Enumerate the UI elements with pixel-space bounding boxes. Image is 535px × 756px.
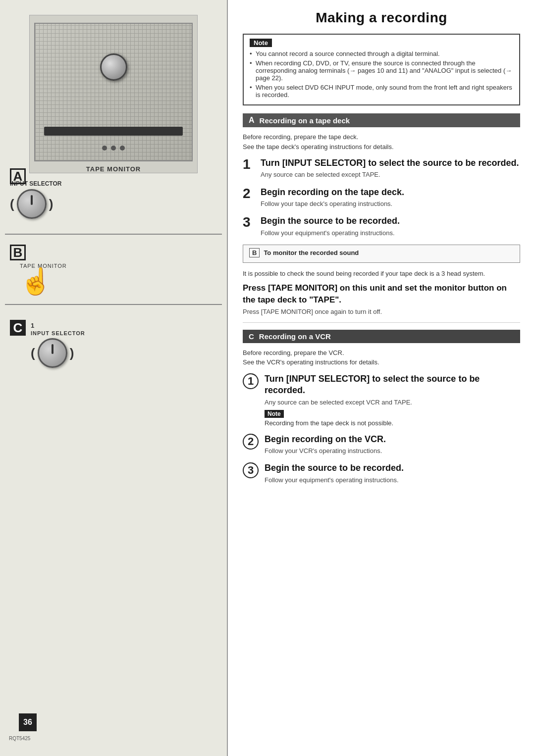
page-code: RQT5425: [9, 736, 30, 741]
step-c3-content: Begin the source to be recorded. Follow …: [265, 462, 520, 485]
section-c-diagram: C 1 INPUT SELECTOR ( ): [5, 320, 222, 368]
step-a2-desc: Follow your tape deck's operating instru…: [261, 200, 520, 208]
step-c3-title: Begin the source to be recorded.: [265, 462, 520, 474]
step-a3: 3 Begin the source to be recorded. Follo…: [243, 215, 520, 238]
note-list: You cannot record a source connected thr…: [250, 50, 513, 99]
page-number: 36: [19, 713, 37, 731]
step-a3-content: Begin the source to be recorded. Follow …: [261, 215, 520, 238]
tape-monitor-device: TAPE MONITOR: [29, 15, 198, 173]
step-a2: 2 Begin recording on the tape deck. Foll…: [243, 187, 520, 209]
step-c3: 3 Begin the source to be recorded. Follo…: [243, 462, 520, 485]
right-panel: Making a recording Note You cannot recor…: [228, 0, 535, 756]
subsection-b-letter: B: [249, 248, 260, 257]
right-arrow-c: ): [70, 346, 74, 361]
rotary-knob-c: [38, 338, 67, 368]
step-c1-title: Turn [INPUT SELECTOR] to select the sour…: [265, 373, 520, 397]
section-a-title: Recording on a tape deck: [260, 116, 350, 125]
subsection-b-label: To monitor the recorded sound: [264, 249, 359, 256]
step-num-c: 1: [31, 322, 34, 329]
page-number-block: 36 RQT5425: [9, 734, 30, 741]
step-a1: 1 Turn [INPUT SELECTOR] to select the so…: [243, 157, 520, 180]
left-panel: TAPE MONITOR A INPUT SELECTOR ( ) B TAPE: [0, 0, 228, 756]
finger-press-icon: ☝: [20, 268, 67, 294]
step-a1-num: 1: [243, 157, 255, 171]
divider-right: [243, 322, 520, 323]
section-a-diagram: TAPE MONITOR A INPUT SELECTOR ( ): [5, 10, 222, 224]
step-a1-desc: Any source can be selected except TAPE.: [261, 170, 520, 179]
section-c-label: C: [10, 320, 26, 336]
note-label: Note: [250, 39, 272, 47]
section-b-diagram: B TAPE MONITOR ☝: [5, 245, 222, 294]
step-c2-desc: Follow your VCR's operating instructions…: [265, 447, 520, 455]
left-arrow: (: [10, 197, 14, 212]
section-c-title: Recording on a VCR: [259, 332, 331, 341]
subsection-b-desc: It is possible to check the sound being …: [243, 269, 520, 279]
step-c1-note-label: Note: [265, 410, 284, 418]
note-item-2: When recording CD, DVD, or TV, ensure th…: [250, 59, 513, 82]
note-item-1: You cannot record a source connected thr…: [250, 50, 513, 57]
subsection-b-header: B To monitor the recorded sound: [249, 248, 514, 257]
step-c2-content: Begin recording on the VCR. Follow your …: [265, 434, 520, 456]
step-c2: 2 Begin recording on the VCR. Follow you…: [243, 434, 520, 456]
press-sub-text: Press [TAPE MONITOR] once again to turn …: [243, 308, 520, 315]
step-a3-num: 3: [243, 215, 255, 229]
divider-ab: [5, 234, 222, 235]
section-a-label: A: [10, 168, 26, 184]
section-c-letter: C: [249, 332, 254, 341]
step-c1-num: 1: [243, 373, 259, 389]
step-a3-title: Begin the source to be recorded.: [261, 215, 520, 227]
subsection-b-box: B To monitor the recorded sound: [243, 245, 520, 263]
section-a-letter: A: [249, 116, 255, 125]
page-title: Making a recording: [243, 10, 520, 26]
note-box: Note You cannot record a source connecte…: [243, 34, 520, 105]
step-c2-title: Begin recording on the VCR.: [265, 434, 520, 445]
divider-bc: [5, 304, 222, 305]
section-a-intro: Before recording, prepare the tape deck.…: [243, 132, 520, 151]
step-a3-desc: Follow your equipment's operating instru…: [261, 229, 520, 238]
input-selector-label-c: INPUT SELECTOR: [31, 330, 85, 336]
step-c3-num: 3: [243, 462, 259, 478]
step-a2-title: Begin recording on the tape deck.: [261, 187, 520, 198]
section-a-header: A Recording on a tape deck: [243, 113, 520, 127]
step-c1-content: Turn [INPUT SELECTOR] to select the sour…: [265, 373, 520, 427]
section-b-label: B: [10, 245, 26, 260]
tape-strip: [44, 127, 183, 136]
step-c1: 1 Turn [INPUT SELECTOR] to select the so…: [243, 373, 520, 427]
step-c1-note-text: Recording from the tape deck is not poss…: [265, 419, 520, 427]
step-c3-desc: Follow your equipment's operating instru…: [265, 476, 520, 485]
knob-diagram: [100, 53, 127, 81]
section-c-intro: Before recording, prepare the VCR.See th…: [243, 348, 520, 367]
section-c-header: C Recording on a VCR: [243, 330, 520, 343]
step-c2-num: 2: [243, 434, 259, 450]
right-arrow: ): [49, 197, 54, 212]
rotary-knob-a: [17, 189, 47, 219]
step-a2-content: Begin recording on the tape deck. Follow…: [261, 187, 520, 209]
left-arrow-c: (: [31, 346, 35, 361]
step-a1-title: Turn [INPUT SELECTOR] to select the sour…: [261, 157, 520, 169]
step-a1-content: Turn [INPUT SELECTOR] to select the sour…: [261, 157, 520, 180]
step-a2-num: 2: [243, 187, 255, 201]
tape-monitor-label: TAPE MONITOR: [86, 165, 141, 173]
step-c1-desc: Any source can be selected except VCR an…: [265, 398, 520, 407]
press-bold-title: Press [TAPE MONITOR] on this unit and se…: [243, 282, 520, 306]
note-item-3: When you select DVD 6CH INPUT mode, only…: [250, 84, 513, 99]
